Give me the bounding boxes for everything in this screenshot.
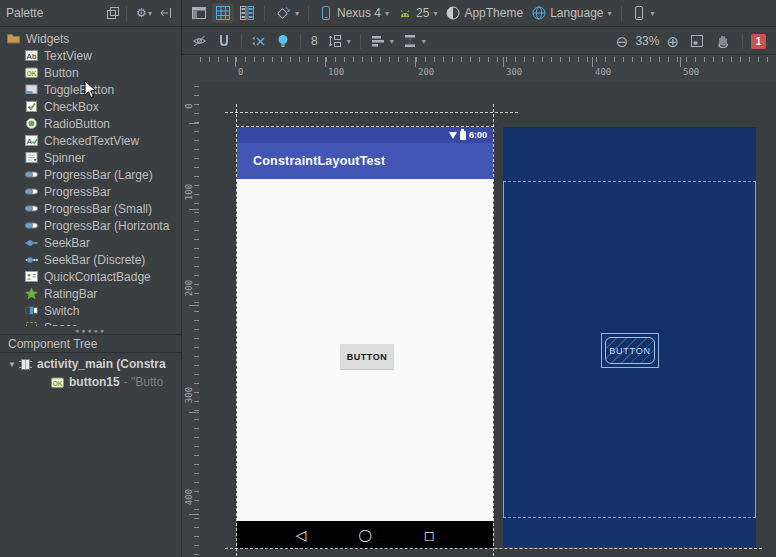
palette-item-progressbar-small[interactable]: ProgressBar (Small) xyxy=(0,200,181,217)
api-selector[interactable]: 25 ▾ xyxy=(394,4,440,22)
ruler-tick xyxy=(194,230,199,231)
palette-item-progressbar[interactable]: ProgressBar xyxy=(0,183,181,200)
palette-item-ratingbar[interactable]: RatingBar xyxy=(0,285,181,302)
ruler-tick xyxy=(227,57,228,62)
ruler-tick xyxy=(479,57,480,62)
ruler-tick xyxy=(194,212,199,213)
ruler-tick xyxy=(194,329,199,330)
theme-label: AppTheme xyxy=(464,6,523,20)
blueprint-view-screen[interactable]: BUTTON xyxy=(503,127,756,547)
ruler-tick xyxy=(194,176,199,177)
virtual-device-button[interactable]: ▾ xyxy=(628,3,658,23)
separator xyxy=(621,6,622,21)
design-surface[interactable]: 6:00 ConstraintLayoutTest BUTTON ◁ ◯ ◻ B… xyxy=(200,82,776,557)
palette-item-seekbar-discrete[interactable]: SeekBar (Discrete) xyxy=(0,251,181,268)
ruler-tick xyxy=(425,57,426,62)
palette-item-progressbar-large[interactable]: ProgressBar (Large) xyxy=(0,166,181,183)
ruler-tick xyxy=(560,57,561,62)
ruler-tick xyxy=(218,57,219,62)
palette-item-button[interactable]: OKButton xyxy=(0,64,181,81)
copy-icon[interactable] xyxy=(104,4,122,22)
language-selector[interactable]: Language ▾ xyxy=(528,3,614,23)
dropdown-caret: ▾ xyxy=(608,9,612,18)
palette-item-seekbar[interactable]: SeekBar xyxy=(0,234,181,251)
ruler-tick xyxy=(194,536,199,537)
ruler-tick xyxy=(254,57,255,62)
theme-selector[interactable]: AppTheme xyxy=(442,3,526,23)
palette-item-switch[interactable]: Switch xyxy=(0,302,181,319)
align-icon[interactable]: ▾ xyxy=(367,31,397,51)
tree-node-activity-main[interactable]: ▼activity_main (Constra xyxy=(0,355,181,373)
ruler-label: 400 xyxy=(184,482,194,512)
default-margin-value[interactable]: 8 xyxy=(307,34,322,48)
ruler-tick xyxy=(533,57,534,62)
palette-item-textview[interactable]: AbTextView xyxy=(0,47,181,64)
ruler-tick xyxy=(587,57,588,62)
tree-node-button15[interactable]: OKbutton15- "Butto xyxy=(0,373,181,391)
ruler-tick xyxy=(194,518,199,519)
palette-item-spinner[interactable]: Spinner xyxy=(0,149,181,166)
infer-constraints-icon[interactable] xyxy=(272,31,294,51)
autoconnect-icon[interactable] xyxy=(213,31,235,51)
error-badge[interactable]: 1 xyxy=(751,34,766,49)
blueprint-button-widget[interactable]: BUTTON xyxy=(605,337,655,364)
ruler-tick xyxy=(515,57,516,62)
design-content-area[interactable]: BUTTON xyxy=(237,179,493,521)
ruler-label: 500 xyxy=(683,67,699,77)
separator xyxy=(742,34,743,49)
palette-item-space[interactable]: Space xyxy=(0,319,181,326)
ruler-tick xyxy=(695,57,696,62)
ruler-tick xyxy=(200,57,201,62)
separator xyxy=(360,34,361,49)
svg-text:A: A xyxy=(27,137,33,146)
hide-panel-icon[interactable] xyxy=(157,4,175,22)
pan-icon[interactable] xyxy=(712,31,734,51)
palette-item-label: RadioButton xyxy=(44,117,110,131)
ruler-major-tick xyxy=(680,57,681,67)
ruler-tick xyxy=(194,86,199,87)
horizontal-ruler: 0100200300400500 xyxy=(182,55,776,82)
action-bar: ConstraintLayoutTest xyxy=(237,143,493,179)
ruler-tick xyxy=(461,57,462,62)
ruler-tick xyxy=(194,473,199,474)
palette-item-progressbar-horizonta[interactable]: ProgressBar (Horizonta xyxy=(0,217,181,234)
ruler-tick xyxy=(194,482,199,483)
ruler-tick xyxy=(380,57,381,62)
design-view-screen[interactable]: 6:00 ConstraintLayoutTest BUTTON ◁ ◯ ◻ xyxy=(237,127,493,549)
ruler-label: 300 xyxy=(506,67,522,77)
settings-gear-icon[interactable]: ⚙▾ xyxy=(131,4,157,22)
pack-icon[interactable]: ▾ xyxy=(324,31,354,51)
blueprint-view-icon[interactable] xyxy=(212,3,234,23)
ruler-tick xyxy=(194,221,199,222)
both-views-icon[interactable] xyxy=(236,3,258,23)
show-constraints-icon[interactable] xyxy=(188,31,211,51)
expand-arrow-icon[interactable]: ▼ xyxy=(6,360,18,369)
ruler-tick xyxy=(194,158,199,159)
design-button-widget[interactable]: BUTTON xyxy=(340,344,394,369)
clear-constraints-icon[interactable] xyxy=(248,31,270,51)
ruler-tick xyxy=(686,57,687,62)
ruler-tick xyxy=(407,57,408,62)
palette-item-checkedtextview[interactable]: ACheckedTextView xyxy=(0,132,181,149)
ruler-tick xyxy=(194,464,199,465)
zoom-level: 33% xyxy=(635,34,659,48)
ruler-major-tick xyxy=(189,123,199,124)
blueprint-button-selection[interactable]: BUTTON xyxy=(601,333,659,368)
ruler-tick xyxy=(614,57,615,62)
device-selector[interactable]: Nexus 4 ▾ xyxy=(315,3,392,23)
folder-icon xyxy=(6,31,21,46)
palette-group-widgets[interactable]: Widgets xyxy=(0,30,181,47)
ruler-label: 300 xyxy=(184,380,194,410)
ruler-tick xyxy=(194,320,199,321)
palette-item-radiobutton[interactable]: RadioButton xyxy=(0,115,181,132)
design-view-icon[interactable] xyxy=(188,3,210,23)
zoom-in-icon[interactable]: ⊕ xyxy=(663,32,682,51)
panel-splitter[interactable]: ●●●●● xyxy=(0,326,181,334)
orientation-icon[interactable]: ▾ xyxy=(271,3,302,23)
palette-title: Palette xyxy=(6,6,104,20)
zoom-out-icon[interactable]: ⊖ xyxy=(613,32,632,51)
distribute-icon[interactable]: ▾ xyxy=(399,31,429,51)
ruler-tick xyxy=(452,57,453,62)
zoom-fit-icon[interactable] xyxy=(686,31,708,51)
palette-item-quickcontactbadge[interactable]: QuickContactBadge xyxy=(0,268,181,285)
